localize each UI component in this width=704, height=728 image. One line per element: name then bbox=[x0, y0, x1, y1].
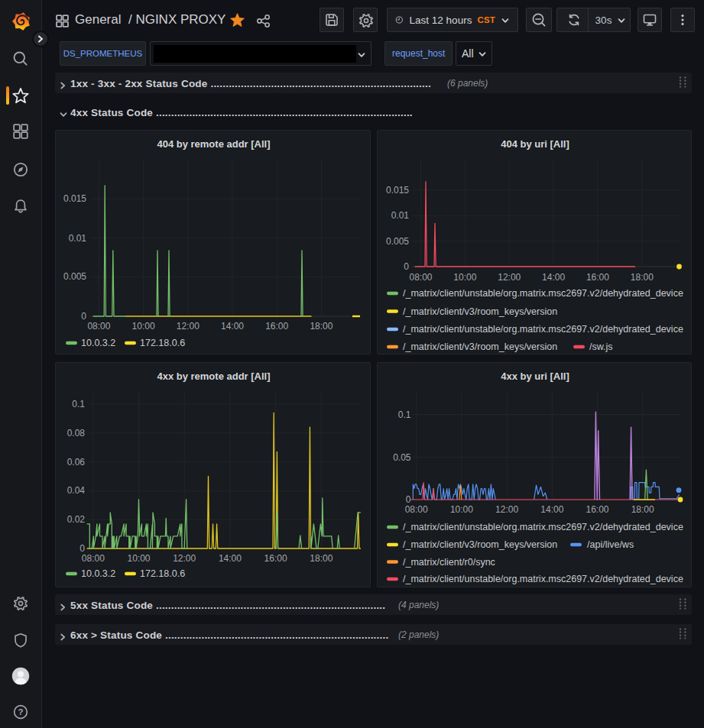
svg-text:0.005: 0.005 bbox=[63, 271, 86, 282]
svg-text:0: 0 bbox=[81, 311, 86, 322]
svg-text:/_matrix/client/unstable/org.m: /_matrix/client/unstable/org.matrix.msc2… bbox=[403, 324, 683, 335]
svg-text:/api/live/ws: /api/live/ws bbox=[587, 539, 634, 550]
svg-text:08:00: 08:00 bbox=[82, 553, 105, 564]
svg-text:16:00: 16:00 bbox=[586, 272, 609, 283]
svg-text:10:00: 10:00 bbox=[127, 553, 150, 564]
svg-text:18:00: 18:00 bbox=[631, 272, 654, 283]
svg-text:12:00: 12:00 bbox=[177, 321, 200, 332]
svg-text:/sw.js: /sw.js bbox=[589, 341, 613, 352]
svg-text:12:00: 12:00 bbox=[495, 504, 518, 515]
svg-text:0: 0 bbox=[404, 261, 409, 272]
svg-text:12:00: 12:00 bbox=[173, 553, 196, 564]
svg-text:0.01: 0.01 bbox=[69, 233, 87, 244]
svg-text:0.1: 0.1 bbox=[398, 409, 411, 420]
svg-text:16:00: 16:00 bbox=[264, 553, 287, 564]
svg-text:0: 0 bbox=[79, 543, 85, 554]
svg-text:/_matrix/client/unstable/org.m: /_matrix/client/unstable/org.matrix.msc2… bbox=[403, 288, 683, 299]
svg-text:0.005: 0.005 bbox=[386, 236, 409, 247]
svg-text:18:00: 18:00 bbox=[310, 321, 333, 332]
svg-text:10:00: 10:00 bbox=[453, 272, 476, 283]
svg-text:0.02: 0.02 bbox=[67, 514, 86, 525]
svg-text:0.015: 0.015 bbox=[386, 185, 409, 196]
svg-text:08:00: 08:00 bbox=[405, 504, 428, 515]
svg-text:10.0.3.2: 10.0.3.2 bbox=[81, 338, 115, 348]
svg-text:18:00: 18:00 bbox=[310, 553, 333, 564]
svg-text:0.01: 0.01 bbox=[391, 210, 410, 221]
svg-text:0.1: 0.1 bbox=[72, 399, 85, 409]
svg-text:/_matrix/client/v3/room_keys/v: /_matrix/client/v3/room_keys/version bbox=[403, 306, 557, 317]
svg-text:/_matrix/client/unstable/org.m: /_matrix/client/unstable/org.matrix.msc2… bbox=[403, 574, 683, 584]
svg-text:10:00: 10:00 bbox=[450, 504, 473, 515]
svg-text:14:00: 14:00 bbox=[221, 321, 244, 332]
svg-text:18:00: 18:00 bbox=[631, 504, 654, 515]
svg-text:0.08: 0.08 bbox=[67, 428, 86, 438]
svg-text:08:00: 08:00 bbox=[87, 321, 110, 332]
svg-text:/_matrix/client/r0/sync: /_matrix/client/r0/sync bbox=[403, 557, 495, 568]
svg-text:/_matrix/client/v3/room_keys/v: /_matrix/client/v3/room_keys/version bbox=[403, 539, 557, 550]
svg-text:14:00: 14:00 bbox=[219, 553, 242, 564]
svg-text:172.18.0.6: 172.18.0.6 bbox=[140, 338, 185, 348]
svg-text:/_matrix/client/unstable/org.m: /_matrix/client/unstable/org.matrix.msc2… bbox=[403, 522, 683, 532]
svg-text:0.05: 0.05 bbox=[393, 452, 411, 463]
svg-text:404 by remote addr [All]: 404 by remote addr [All] bbox=[157, 138, 270, 150]
svg-text:0.04: 0.04 bbox=[67, 485, 86, 496]
svg-text:?: ? bbox=[18, 707, 23, 717]
svg-text:4xx by uri [All]: 4xx by uri [All] bbox=[501, 370, 569, 382]
svg-text:16:00: 16:00 bbox=[586, 504, 608, 515]
svg-text:/_matrix/client/v3/room_keys/v: /_matrix/client/v3/room_keys/version bbox=[403, 341, 557, 352]
svg-text:404 by uri [All]: 404 by uri [All] bbox=[501, 138, 569, 150]
svg-text:08:00: 08:00 bbox=[409, 272, 432, 283]
svg-text:12:00: 12:00 bbox=[498, 272, 521, 283]
svg-text:4xx by remote addr [All]: 4xx by remote addr [All] bbox=[157, 370, 270, 382]
svg-text:10.0.3.2: 10.0.3.2 bbox=[81, 568, 115, 579]
svg-text:10:00: 10:00 bbox=[132, 321, 155, 332]
svg-text:0.06: 0.06 bbox=[67, 457, 86, 468]
svg-text:172.18.0.6: 172.18.0.6 bbox=[140, 568, 185, 579]
svg-text:0.015: 0.015 bbox=[63, 193, 86, 204]
svg-text:14:00: 14:00 bbox=[540, 504, 563, 515]
svg-text:14:00: 14:00 bbox=[542, 272, 565, 283]
svg-text:16:00: 16:00 bbox=[265, 321, 288, 332]
